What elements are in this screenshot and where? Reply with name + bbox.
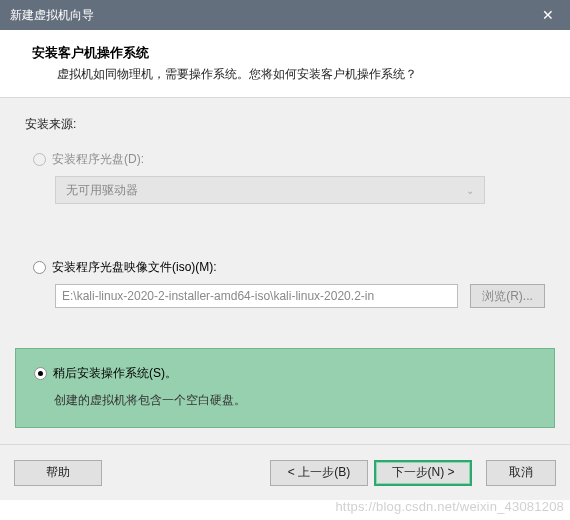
wizard-header: 安装客户机操作系统 虚拟机如同物理机，需要操作系统。您将如何安装客户机操作系统？	[0, 30, 570, 98]
option-installer-disc-label: 安装程序光盘(D):	[52, 151, 144, 168]
radio-iso-file[interactable]	[33, 261, 46, 274]
install-source-label: 安装来源:	[25, 116, 545, 133]
option-iso-file-label: 安装程序光盘映像文件(iso)(M):	[52, 259, 217, 276]
option-install-later[interactable]: 稍后安装操作系统(S)。	[34, 365, 536, 382]
radio-installer-disc	[33, 153, 46, 166]
option-install-later-label: 稍后安装操作系统(S)。	[53, 365, 177, 382]
page-subtitle: 虚拟机如同物理机，需要操作系统。您将如何安装客户机操作系统？	[22, 66, 548, 83]
cancel-button[interactable]: 取消	[486, 460, 556, 486]
option-installer-disc: 安装程序光盘(D):	[33, 151, 545, 168]
chevron-down-icon: ⌄	[466, 185, 474, 196]
wizard-body: 安装来源: 安装程序光盘(D): 无可用驱动器 ⌄ 安装程序光盘映像文件(iso…	[0, 98, 570, 500]
install-later-hint: 创建的虚拟机将包含一个空白硬盘。	[54, 392, 536, 409]
drive-select: 无可用驱动器 ⌄	[55, 176, 485, 204]
help-button[interactable]: 帮助	[14, 460, 102, 486]
wizard-footer: 帮助 < 上一步(B) 下一步(N) > 取消	[0, 444, 570, 500]
back-button[interactable]: < 上一步(B)	[270, 460, 368, 486]
browse-button: 浏览(R)...	[470, 284, 545, 308]
titlebar: 新建虚拟机向导 ✕	[0, 0, 570, 30]
close-icon[interactable]: ✕	[525, 0, 570, 30]
iso-path-input: E:\kali-linux-2020-2-installer-amd64-iso…	[55, 284, 458, 308]
radio-install-later[interactable]	[34, 367, 47, 380]
option-iso-file[interactable]: 安装程序光盘映像文件(iso)(M):	[33, 259, 545, 276]
drive-select-text: 无可用驱动器	[66, 182, 138, 199]
page-title: 安装客户机操作系统	[22, 44, 548, 62]
next-button[interactable]: 下一步(N) >	[374, 460, 472, 486]
option-install-later-highlight: 稍后安装操作系统(S)。 创建的虚拟机将包含一个空白硬盘。	[15, 348, 555, 428]
window-title: 新建虚拟机向导	[10, 7, 94, 24]
watermark: https://blog.csdn.net/weixin_43081208	[335, 499, 564, 514]
